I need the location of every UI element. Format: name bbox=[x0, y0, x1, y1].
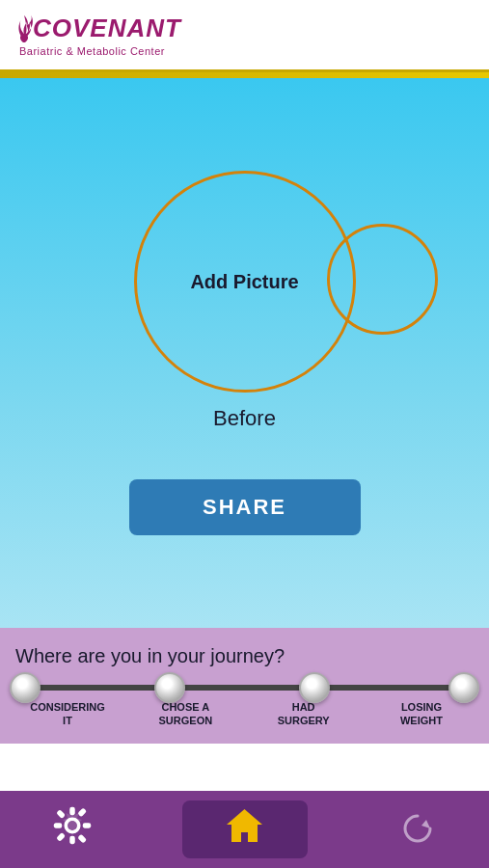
settings-nav-button[interactable] bbox=[39, 800, 106, 858]
slider-dot-3[interactable] bbox=[299, 672, 330, 703]
journey-section: Where are you in your journey? CONSIDERI… bbox=[0, 628, 489, 744]
svg-rect-5 bbox=[57, 810, 63, 816]
svg-rect-2 bbox=[70, 837, 73, 843]
svg-rect-8 bbox=[78, 835, 84, 841]
svg-rect-4 bbox=[84, 824, 90, 827]
flame-icon bbox=[15, 14, 33, 42]
share-button[interactable]: SHARE bbox=[129, 479, 361, 535]
slider-dot-2[interactable] bbox=[154, 672, 185, 703]
svg-rect-1 bbox=[70, 808, 73, 814]
journey-slider[interactable]: CONSIDERING IT CHOSE A SURGEON HAD SURGE… bbox=[15, 685, 474, 728]
bottom-nav bbox=[0, 791, 489, 868]
before-label: Before bbox=[213, 406, 276, 431]
logo: COVENANT Bariatric & Metabolic Center bbox=[15, 14, 181, 57]
svg-rect-3 bbox=[55, 824, 61, 827]
journey-title: Where are you in your journey? bbox=[15, 645, 474, 667]
after-picture-circle-partial bbox=[327, 224, 438, 335]
svg-rect-6 bbox=[78, 809, 84, 815]
slider-track bbox=[25, 685, 464, 691]
journey-step-4: LOSING WEIGHT bbox=[383, 700, 460, 728]
pictures-row: Add Picture Before bbox=[0, 171, 489, 431]
add-picture-text: Add Picture bbox=[190, 271, 298, 293]
before-picture-slot: Add Picture Before bbox=[134, 171, 356, 431]
main-content-area: Add Picture Before SHARE bbox=[0, 78, 489, 628]
slider-labels: CONSIDERING IT CHOSE A SURGEON HAD SURGE… bbox=[25, 700, 464, 728]
slider-dot-1[interactable] bbox=[10, 672, 41, 703]
journey-step-1: CONSIDERING IT bbox=[29, 700, 106, 728]
add-picture-button[interactable]: Add Picture bbox=[134, 171, 356, 393]
replay-icon bbox=[399, 810, 436, 850]
slider-dot-4[interactable] bbox=[448, 672, 479, 703]
svg-rect-7 bbox=[57, 833, 63, 839]
replay-nav-button[interactable] bbox=[384, 800, 451, 858]
journey-step-3: HAD SURGERY bbox=[265, 700, 342, 728]
home-nav-button[interactable] bbox=[182, 800, 308, 858]
journey-step-2: CHOSE A SURGEON bbox=[147, 700, 224, 728]
logo-subtitle-text: Bariatric & Metabolic Center bbox=[19, 45, 181, 57]
app-header: COVENANT Bariatric & Metabolic Center bbox=[0, 0, 489, 72]
logo-brand-text: COVENANT bbox=[33, 14, 181, 43]
gear-icon bbox=[53, 806, 92, 854]
home-icon bbox=[223, 803, 266, 855]
